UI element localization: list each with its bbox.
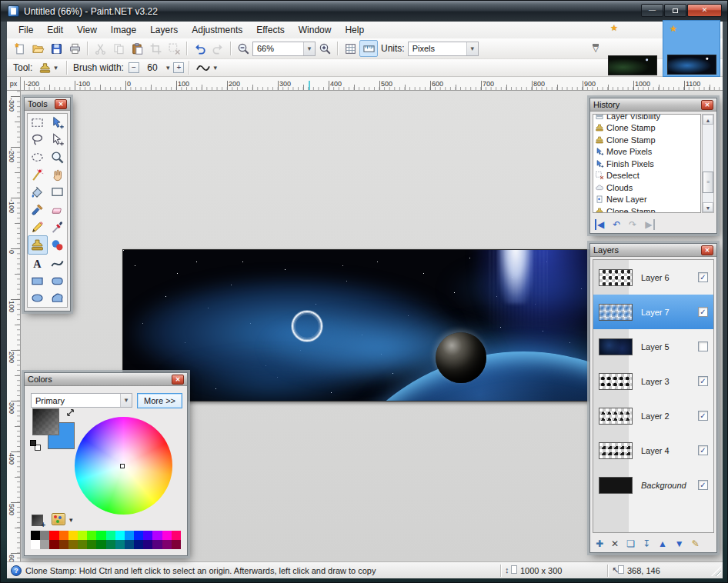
history-item[interactable]: Clouds: [595, 182, 700, 194]
color-swatch[interactable]: [31, 540, 40, 549]
merge-layer-down-button[interactable]: ↧: [643, 538, 650, 549]
layer-row-layer-5[interactable]: Layer 5: [593, 329, 713, 364]
ellipse-select-tool-button[interactable]: [28, 148, 48, 166]
maximize-button[interactable]: [664, 4, 686, 17]
layer-visibility-checkbox[interactable]: ✓: [698, 445, 708, 455]
menu-item-help[interactable]: Help: [338, 22, 371, 38]
rectangle-select-tool-button[interactable]: [28, 114, 48, 132]
canvas[interactable]: [122, 249, 630, 401]
undo-button[interactable]: [190, 40, 209, 57]
color-swatch[interactable]: [40, 540, 49, 549]
color-swatch[interactable]: [78, 531, 87, 540]
layer-visibility-checkbox[interactable]: ✓: [698, 307, 708, 317]
layer-visibility-checkbox[interactable]: ✓: [698, 480, 708, 490]
history-item[interactable]: Clone Stamp: [595, 122, 700, 135]
primary-color-swatch[interactable]: [32, 408, 59, 435]
layer-visibility-checkbox[interactable]: [698, 341, 708, 351]
open-button[interactable]: [28, 40, 47, 57]
color-swatch[interactable]: [134, 531, 143, 540]
rounded-rectangle-tool-button[interactable]: [48, 272, 68, 290]
image-tab-2-selected[interactable]: ★: [663, 20, 720, 77]
history-close-button[interactable]: ✕: [701, 100, 713, 110]
rectangle-tool-button[interactable]: [28, 272, 48, 290]
zoom-level-combo[interactable]: 66% ▾: [252, 42, 316, 56]
units-combo[interactable]: Pixels ▾: [408, 42, 479, 56]
color-swatch[interactable]: [115, 531, 125, 540]
close-button[interactable]: ✕: [687, 4, 722, 17]
colors-palette-titlebar[interactable]: Colors ✕: [25, 373, 187, 386]
layer-row-background[interactable]: Background✓: [593, 468, 713, 502]
chevron-down-icon[interactable]: ▾: [69, 516, 73, 524]
menu-item-image[interactable]: Image: [104, 22, 143, 38]
move-layer-down-button[interactable]: ▼: [675, 538, 684, 549]
color-swatch[interactable]: [68, 531, 78, 540]
save-button[interactable]: [47, 40, 65, 57]
color-swatch[interactable]: [134, 540, 143, 549]
new-button[interactable]: [10, 40, 28, 57]
color-swatch[interactable]: [143, 540, 152, 549]
color-swatch[interactable]: [172, 531, 181, 540]
color-swatch[interactable]: [87, 531, 96, 540]
paintbrush-tool-button[interactable]: [28, 201, 48, 218]
menu-item-effects[interactable]: Effects: [249, 22, 291, 38]
recolor-tool-button[interactable]: [48, 235, 68, 255]
color-swatch[interactable]: [78, 540, 87, 549]
layers-close-button[interactable]: ✕: [701, 245, 713, 255]
layer-properties-button[interactable]: ✎: [692, 538, 700, 549]
layer-row-layer-3[interactable]: Layer 3✓: [593, 364, 713, 398]
history-scrollbar[interactable]: ▲ ≡ ▼: [702, 114, 714, 213]
add-to-palette-button[interactable]: [32, 515, 43, 526]
color-swatch[interactable]: [115, 540, 125, 549]
color-swatch[interactable]: [162, 540, 172, 549]
menu-item-view[interactable]: View: [70, 22, 104, 38]
reset-colors-icon[interactable]: [30, 440, 41, 451]
minimize-button[interactable]: ―: [641, 4, 663, 17]
color-swatch[interactable]: [172, 540, 181, 549]
menu-item-layers[interactable]: Layers: [143, 22, 185, 38]
scroll-thumb[interactable]: ≡: [703, 172, 713, 193]
color-swatch[interactable]: [59, 531, 68, 540]
move-selected-pixels-tool-button[interactable]: [48, 114, 68, 132]
color-swatch[interactable]: [96, 531, 105, 540]
paste-button[interactable]: [128, 40, 146, 57]
clone-stamp-tool-button[interactable]: [28, 235, 48, 255]
color-swatch[interactable]: [152, 540, 162, 549]
image-tab-1[interactable]: ★: [604, 20, 662, 77]
layers-palette-titlebar[interactable]: Layers ✕: [590, 244, 716, 257]
color-swatch[interactable]: [162, 531, 172, 540]
color-swatch[interactable]: [152, 531, 162, 540]
history-item[interactable]: Layer Visibility: [595, 114, 700, 122]
color-swatch[interactable]: [59, 540, 68, 549]
layer-row-layer-7[interactable]: Layer 7✓: [593, 295, 713, 329]
scroll-up-button[interactable]: ▲: [703, 115, 713, 125]
zoom-in-button[interactable]: [316, 40, 334, 57]
menu-item-window[interactable]: Window: [292, 22, 339, 38]
layer-row-layer-2[interactable]: Layer 2✓: [593, 398, 713, 433]
history-item[interactable]: Clone Stamp: [595, 205, 700, 213]
line-curve-tool-button[interactable]: [48, 255, 68, 272]
history-palette-titlebar[interactable]: History ✕: [590, 98, 716, 112]
history-item[interactable]: Clone Stamp: [595, 134, 700, 146]
magic-wand-tool-button[interactable]: [28, 166, 48, 184]
color-swatch[interactable]: [49, 531, 58, 540]
ellipse-tool-button[interactable]: [28, 289, 48, 307]
move-selection-tool-button[interactable]: [48, 132, 68, 149]
more-button[interactable]: More >>: [137, 393, 182, 408]
resize-grip[interactable]: [711, 566, 721, 576]
duplicate-layer-button[interactable]: ❏: [626, 538, 635, 549]
color-swatch[interactable]: [96, 540, 105, 549]
swap-colors-icon[interactable]: [65, 408, 75, 418]
color-swatch[interactable]: [40, 531, 49, 540]
stroke-style-button[interactable]: ▾: [192, 59, 222, 76]
history-item[interactable]: Finish Pixels: [595, 158, 700, 170]
menu-item-file[interactable]: File: [12, 22, 40, 38]
paint-bucket-tool-button[interactable]: [28, 184, 48, 202]
title-bar[interactable]: Untitled (66%) - Paint.NET v3.22 ― ✕: [1, 1, 727, 22]
color-swatch[interactable]: [68, 540, 78, 549]
zoom-out-button[interactable]: [234, 40, 252, 57]
delete-layer-button[interactable]: ✕: [611, 538, 619, 549]
color-wheel[interactable]: [75, 417, 172, 515]
color-wheel-marker[interactable]: [120, 464, 125, 468]
menu-item-adjustments[interactable]: Adjustments: [185, 22, 249, 38]
color-picker-tool-button[interactable]: [48, 218, 68, 236]
